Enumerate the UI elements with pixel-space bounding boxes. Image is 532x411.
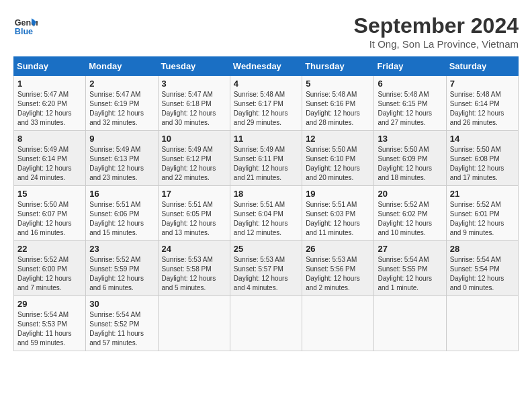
calendar-cell: 2 Sunrise: 5:47 AM Sunset: 6:19 PM Dayli…: [86, 76, 158, 131]
calendar-cell: 19 Sunrise: 5:51 AM Sunset: 6:03 PM Dayl…: [302, 186, 374, 241]
calendar-week-row: 29 Sunrise: 5:54 AM Sunset: 5:53 PM Dayl…: [14, 296, 519, 351]
sunrise-time: Sunrise: 5:50 AM: [17, 201, 69, 208]
sunrise-time: Sunrise: 5:48 AM: [306, 91, 357, 98]
day-number: 7: [450, 79, 515, 89]
sunrise-time: Sunrise: 5:54 AM: [89, 311, 140, 318]
day-info: Sunrise: 5:52 AM Sunset: 5:59 PM Dayligh…: [89, 255, 154, 293]
sunset-time: Sunset: 6:18 PM: [162, 100, 212, 107]
calendar-cell: 9 Sunrise: 5:49 AM Sunset: 6:13 PM Dayli…: [86, 131, 158, 186]
sunrise-time: Sunrise: 5:52 AM: [17, 256, 69, 263]
daylight-hours: Daylight: 12 hours and 22 minutes.: [162, 165, 216, 181]
daylight-hours: Daylight: 12 hours and 15 minutes.: [89, 220, 144, 236]
calendar-cell: 11 Sunrise: 5:49 AM Sunset: 6:11 PM Dayl…: [230, 131, 302, 186]
day-number: 8: [17, 134, 82, 144]
daylight-hours: Daylight: 11 hours and 57 minutes.: [89, 330, 144, 347]
day-number: 11: [234, 134, 298, 144]
day-info: Sunrise: 5:51 AM Sunset: 6:03 PM Dayligh…: [306, 200, 370, 238]
day-number: 14: [450, 134, 515, 144]
sunrise-time: Sunrise: 5:49 AM: [234, 146, 285, 153]
day-info: Sunrise: 5:50 AM Sunset: 6:08 PM Dayligh…: [450, 145, 515, 183]
daylight-hours: Daylight: 12 hours and 16 minutes.: [17, 220, 72, 236]
daylight-hours: Daylight: 12 hours and 5 minutes.: [162, 275, 216, 291]
sunset-time: Sunset: 5:55 PM: [378, 265, 427, 273]
daylight-hours: Daylight: 12 hours and 30 minutes.: [162, 109, 216, 126]
calendar-cell: 17 Sunrise: 5:51 AM Sunset: 6:05 PM Dayl…: [158, 186, 230, 241]
calendar-cell: 4 Sunrise: 5:48 AM Sunset: 6:17 PM Dayli…: [230, 76, 302, 131]
day-info: Sunrise: 5:50 AM Sunset: 6:10 PM Dayligh…: [306, 145, 370, 183]
sunrise-time: Sunrise: 5:49 AM: [162, 146, 213, 153]
sunset-time: Sunset: 6:11 PM: [234, 155, 283, 163]
sunrise-time: Sunrise: 5:50 AM: [306, 146, 357, 153]
calendar-week-row: 1 Sunrise: 5:47 AM Sunset: 6:20 PM Dayli…: [14, 76, 519, 131]
sunrise-time: Sunrise: 5:53 AM: [234, 256, 285, 263]
day-info: Sunrise: 5:53 AM Sunset: 5:56 PM Dayligh…: [306, 255, 370, 293]
day-info: Sunrise: 5:53 AM Sunset: 5:58 PM Dayligh…: [162, 255, 226, 293]
calendar-cell: 26 Sunrise: 5:53 AM Sunset: 5:56 PM Dayl…: [302, 241, 374, 296]
sunset-time: Sunset: 5:57 PM: [234, 265, 283, 273]
sunrise-time: Sunrise: 5:53 AM: [306, 256, 357, 263]
day-number: 4: [234, 79, 298, 89]
day-number: 23: [89, 244, 154, 254]
sunset-time: Sunset: 6:20 PM: [17, 100, 67, 107]
calendar-cell: 3 Sunrise: 5:47 AM Sunset: 6:18 PM Dayli…: [158, 76, 230, 131]
day-info: Sunrise: 5:48 AM Sunset: 6:17 PM Dayligh…: [234, 90, 298, 128]
calendar-cell: 18 Sunrise: 5:51 AM Sunset: 6:04 PM Dayl…: [230, 186, 302, 241]
day-info: Sunrise: 5:52 AM Sunset: 6:01 PM Dayligh…: [450, 200, 515, 238]
daylight-hours: Daylight: 12 hours and 28 minutes.: [306, 109, 360, 126]
day-number: 25: [234, 244, 298, 254]
day-number: 1: [17, 79, 82, 89]
day-info: Sunrise: 5:54 AM Sunset: 5:53 PM Dayligh…: [17, 310, 82, 348]
day-info: Sunrise: 5:48 AM Sunset: 6:14 PM Dayligh…: [450, 90, 515, 128]
sunset-time: Sunset: 5:52 PM: [89, 320, 139, 328]
sunrise-time: Sunrise: 5:54 AM: [17, 311, 69, 318]
day-number: 6: [378, 79, 442, 89]
calendar-cell: 12 Sunrise: 5:50 AM Sunset: 6:10 PM Dayl…: [302, 131, 374, 186]
daylight-hours: Daylight: 12 hours and 12 minutes.: [234, 220, 288, 236]
day-info: Sunrise: 5:49 AM Sunset: 6:11 PM Dayligh…: [234, 145, 298, 183]
svg-text:Blue: Blue: [15, 27, 33, 36]
calendar-cell: 6 Sunrise: 5:48 AM Sunset: 6:15 PM Dayli…: [374, 76, 446, 131]
calendar-cell: 13 Sunrise: 5:50 AM Sunset: 6:09 PM Dayl…: [374, 131, 446, 186]
calendar-cell: 30 Sunrise: 5:54 AM Sunset: 5:52 PM Dayl…: [86, 296, 158, 351]
calendar-cell: 10 Sunrise: 5:49 AM Sunset: 6:12 PM Dayl…: [158, 131, 230, 186]
sunset-time: Sunset: 5:59 PM: [89, 265, 139, 273]
sunset-time: Sunset: 6:19 PM: [89, 100, 139, 107]
calendar-week-row: 22 Sunrise: 5:52 AM Sunset: 6:00 PM Dayl…: [14, 241, 519, 296]
sunset-time: Sunset: 6:07 PM: [17, 210, 67, 218]
daylight-hours: Daylight: 12 hours and 27 minutes.: [378, 109, 432, 126]
calendar-cell: [230, 296, 302, 351]
sunrise-time: Sunrise: 5:47 AM: [162, 91, 213, 98]
day-number: 15: [17, 189, 82, 199]
daylight-hours: Daylight: 12 hours and 6 minutes.: [89, 275, 144, 291]
sunset-time: Sunset: 6:05 PM: [162, 210, 212, 218]
day-info: Sunrise: 5:54 AM Sunset: 5:55 PM Dayligh…: [378, 255, 442, 293]
sunset-time: Sunset: 6:09 PM: [378, 155, 427, 163]
sunset-time: Sunset: 6:17 PM: [234, 100, 283, 107]
day-info: Sunrise: 5:48 AM Sunset: 6:15 PM Dayligh…: [378, 90, 442, 128]
day-number: 19: [306, 189, 370, 199]
calendar-cell: 7 Sunrise: 5:48 AM Sunset: 6:14 PM Dayli…: [446, 76, 518, 131]
day-number: 28: [450, 244, 515, 254]
day-number: 3: [162, 79, 226, 89]
day-number: 26: [306, 244, 370, 254]
sunset-time: Sunset: 6:04 PM: [234, 210, 283, 218]
daylight-hours: Daylight: 12 hours and 21 minutes.: [234, 165, 288, 181]
sunset-time: Sunset: 5:58 PM: [162, 265, 212, 273]
sunrise-time: Sunrise: 5:53 AM: [162, 256, 213, 263]
day-number: 12: [306, 134, 370, 144]
calendar-cell: 5 Sunrise: 5:48 AM Sunset: 6:16 PM Dayli…: [302, 76, 374, 131]
daylight-hours: Daylight: 12 hours and 11 minutes.: [306, 220, 360, 236]
calendar-cell: 20 Sunrise: 5:52 AM Sunset: 6:02 PM Dayl…: [374, 186, 446, 241]
day-info: Sunrise: 5:49 AM Sunset: 6:14 PM Dayligh…: [17, 145, 82, 183]
day-info: Sunrise: 5:47 AM Sunset: 6:19 PM Dayligh…: [89, 90, 154, 128]
day-number: 22: [17, 244, 82, 254]
daylight-hours: Daylight: 12 hours and 4 minutes.: [234, 275, 288, 291]
day-info: Sunrise: 5:47 AM Sunset: 6:20 PM Dayligh…: [17, 90, 82, 128]
sunset-time: Sunset: 6:13 PM: [89, 155, 139, 163]
day-number: 10: [162, 134, 226, 144]
calendar-cell: [374, 296, 446, 351]
sunset-time: Sunset: 6:14 PM: [17, 155, 67, 163]
sunrise-time: Sunrise: 5:47 AM: [89, 91, 140, 98]
sunrise-time: Sunrise: 5:49 AM: [17, 146, 69, 153]
col-wednesday: Wednesday: [230, 57, 302, 76]
